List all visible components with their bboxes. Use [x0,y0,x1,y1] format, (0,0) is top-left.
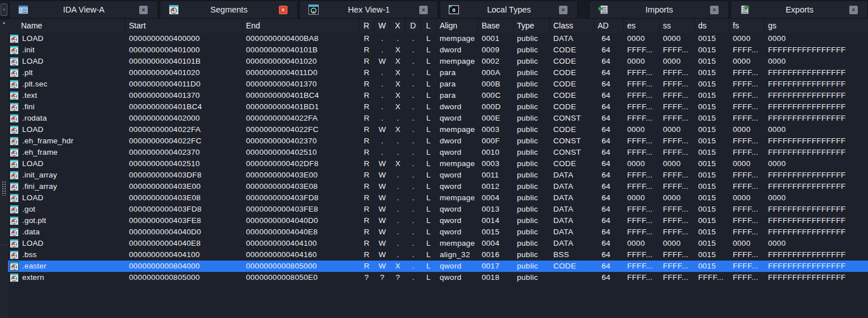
cell-align: mempage [436,33,478,44]
close-icon[interactable]: × [559,6,567,14]
column-header-ss[interactable]: ss [660,19,695,33]
cell-base: 0002 [478,56,514,67]
table-row[interactable]: .rodata000000000040200000000000004022FAR… [8,113,868,124]
column-header-base[interactable]: Base [478,19,514,33]
tab-ida-view-a[interactable]: IDA View-A× [9,1,158,19]
collapsed-panel-tab[interactable]: × [0,0,8,19]
cell-r: R [359,33,374,44]
table-row[interactable]: .init_array0000000000403DF80000000000403… [8,170,868,181]
cell-class: BSS [550,249,594,261]
table-row[interactable]: LOAD00000000004040E80000000000404100RW..… [8,238,868,249]
cell-name: LOAD [8,192,126,204]
cell-end: 0000000000403FE8 [243,204,359,215]
cell-l: L [421,226,436,238]
table-row[interactable]: .bss00000000004041000000000000404160RW..… [8,249,868,261]
cell-align: para [436,79,478,90]
column-header-ds[interactable]: ds [695,19,729,33]
table-row[interactable]: LOAD0000000000403E080000000000403FD8RW..… [8,192,868,204]
table-row[interactable]: .got.plt0000000000403FE800000000004040D0… [8,215,868,226]
cell-class: CODE [550,101,594,113]
table-row[interactable]: .got0000000000403FD80000000000403FE8RW..… [8,204,868,215]
cell-w: W [374,204,390,215]
cell-start: 0000000000404100 [126,249,243,261]
table-row[interactable]: LOAD00000000004000000000000000400BA8R...… [8,33,868,44]
cell-align: dword [436,135,478,147]
segment-name: .plt [22,67,33,79]
cell-name: LOAD [8,238,126,249]
column-header-d[interactable]: D [406,19,421,33]
cell-l: L [421,135,436,147]
cell-ds: 0015 [695,170,729,181]
cell-name: .fini_array [8,181,126,192]
table-row[interactable]: .text00000000004013700000000000401BC4R.X… [8,90,868,101]
column-header-w[interactable]: W [374,19,390,33]
tab-hex-view-1[interactable]: Hex View-1× [299,1,438,19]
tab-imports[interactable]: Imports× [589,1,729,19]
column-header-r[interactable]: R [359,19,374,33]
table-row[interactable]: extern000000000080500000000000008050E0??… [8,272,868,283]
segment-name: .got [22,204,35,215]
cell-class: DATA [550,226,594,238]
tab-segments[interactable]: Segments× [160,1,298,19]
close-icon[interactable]: × [849,6,858,14]
segment-name: .init [22,44,35,56]
cell-r: R [359,44,374,56]
table-row[interactable]: .plt000000000040102000000000004011D0R.X.… [8,67,868,79]
table-row[interactable]: .plt.sec00000000004011D00000000000401370… [8,79,868,90]
cell-fs: FFFF... [729,113,765,124]
column-header-start[interactable]: Start [126,19,243,33]
table-row[interactable]: .easter00000000008040000000000000805000R… [8,261,868,272]
tab-local-types[interactable]: 0Local Types× [440,1,578,19]
segment-name: LOAD [22,238,44,249]
cell-x: X [390,67,406,79]
cell-start: 00000000004011D0 [126,79,243,90]
splitter-grip-handle[interactable] [2,181,6,196]
column-header-end[interactable]: End [243,19,359,33]
cell-base: 0014 [478,215,514,226]
table-row[interactable]: .data00000000004040D000000000004040E8RW.… [8,226,868,238]
segment-icon [10,239,19,248]
cell-d: . [406,44,421,56]
segment-icon [10,250,19,259]
cell-fs: 0000 [729,158,765,170]
column-header-gs[interactable]: gs [765,19,868,33]
cell-base: 0010 [478,147,514,158]
table-row[interactable]: LOAD00000000004022FA00000000004022FCRWX.… [8,124,868,135]
table-row[interactable]: .fini0000000000401BC40000000000401BD1R.X… [8,101,868,113]
column-header-name[interactable]: Name [8,19,126,33]
segment-icon [10,148,19,157]
table-row[interactable]: .fini_array0000000000403E000000000000403… [8,181,868,192]
cell-base: 0015 [478,226,514,238]
close-icon[interactable]: × [279,6,287,14]
table-row[interactable]: .eh_frame_hdr00000000004022FC00000000004… [8,135,868,147]
cell-d: . [406,147,421,158]
cell-w: W [374,226,390,238]
table-row[interactable]: .eh_frame0000000000402370000000000040251… [8,147,868,158]
table-row[interactable]: LOAD000000000040101B0000000000401020RWX.… [8,56,868,67]
table-row[interactable]: LOAD00000000004025100000000000402DF8RWX.… [8,158,868,170]
cell-gs: 0000 [765,238,868,249]
cell-align: mempage [436,124,478,135]
close-icon[interactable]: × [139,6,148,14]
close-icon[interactable]: × [419,6,428,14]
scroll-up-icon[interactable]: ▲ [0,20,8,24]
tab-bar: IDA View-A×Segments×Hex View-1×0Local Ty… [8,0,868,19]
column-header-type[interactable]: Type [514,19,550,33]
segment-name: LOAD [22,124,44,135]
column-header-l[interactable]: L [421,19,436,33]
tab-exports[interactable]: Exports× [731,1,868,19]
close-icon[interactable]: × [710,6,719,14]
cell-ss: FFFF... [660,147,695,158]
column-header-x[interactable]: X [390,19,406,33]
cell-fs: FFFF... [729,135,765,147]
cell-end: 00000000004040E8 [243,226,359,238]
cell-base: 0012 [478,181,514,192]
segment-icon [10,171,19,180]
column-header-es[interactable]: es [624,19,660,33]
column-header-fs[interactable]: fs [729,19,765,33]
column-header-ad[interactable]: AD [594,19,624,33]
table-row[interactable]: .init0000000000401000000000000040101BR.X… [8,44,868,56]
column-header-align[interactable]: Align [436,19,478,33]
cell-class: CODE [550,79,594,90]
column-header-class[interactable]: Class [550,19,594,33]
